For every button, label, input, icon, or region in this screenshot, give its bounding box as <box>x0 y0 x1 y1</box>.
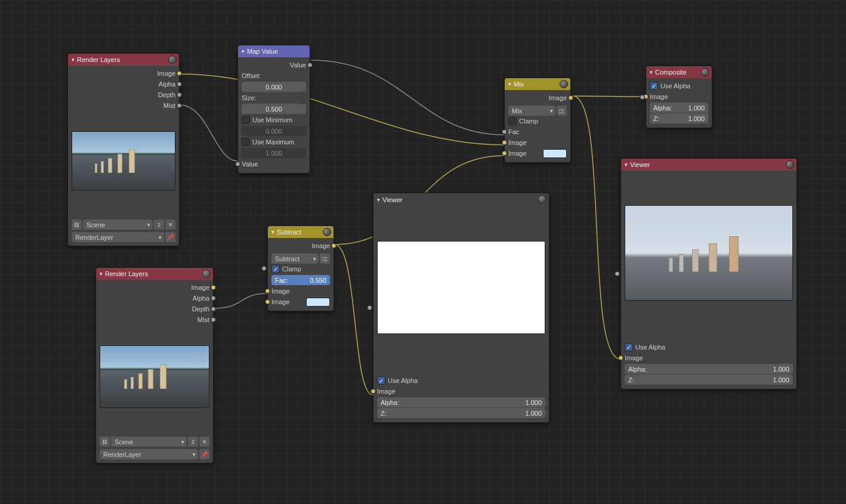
collapse-icon[interactable]: ▾ <box>100 271 103 277</box>
z-field[interactable]: Z:1.000 <box>625 375 793 385</box>
clamp-check[interactable] <box>508 117 517 125</box>
use-alpha-row[interactable]: Use Alpha <box>650 81 708 91</box>
collapse-icon[interactable]: ▾ <box>242 48 245 54</box>
blend-select[interactable]: Subtract <box>271 253 319 264</box>
socket-image1-in[interactable] <box>502 140 507 146</box>
socket-image2-in[interactable] <box>502 151 507 156</box>
z-field[interactable]: Z:1.000 <box>377 408 545 418</box>
preview-sphere-icon[interactable] <box>323 228 331 236</box>
size-field[interactable]: 0.500 <box>242 104 306 114</box>
scene-users[interactable]: 2 <box>154 219 164 230</box>
node-header[interactable]: ▾ Render Layers <box>96 268 213 280</box>
node-header[interactable]: ▾ Viewer <box>373 193 549 206</box>
use-max-row[interactable]: Use Maximum <box>242 137 306 147</box>
socket-value-out[interactable] <box>307 63 313 68</box>
output-mist: Mist <box>72 100 175 111</box>
scene-select[interactable]: Scene <box>111 437 187 447</box>
layer-pin-icon[interactable]: 📌 <box>199 449 209 459</box>
alpha-field[interactable]: Alpha:1.000 <box>377 397 545 407</box>
z-field[interactable]: Z:1.000 <box>650 113 708 123</box>
node-header[interactable]: ▾ Composite <box>646 66 712 78</box>
use-min-row[interactable]: Use Minimum <box>242 115 306 125</box>
preview-sphere-icon[interactable] <box>786 160 794 169</box>
socket-alpha-out[interactable] <box>211 296 216 301</box>
use-max-check[interactable] <box>242 138 250 146</box>
clamp-row[interactable]: Clamp <box>508 116 567 126</box>
node-viewer-2[interactable]: ▾ Viewer Use Alpha Image Alpha:1.000 Z:1… <box>620 158 797 389</box>
socket-image-out[interactable] <box>568 95 573 101</box>
socket-fac-in[interactable] <box>502 129 507 135</box>
layer-select[interactable]: RenderLayer <box>100 449 198 459</box>
node-map-value[interactable]: ▾ Map Value Value Offset: 0.000 Size: 0.… <box>237 45 310 174</box>
collapse-icon[interactable]: ▾ <box>508 81 511 87</box>
preview-sphere-icon[interactable] <box>538 195 546 203</box>
node-header[interactable]: ▾ Viewer <box>621 159 796 171</box>
alpha-field[interactable]: Alpha:1.000 <box>625 364 793 374</box>
clamp-check[interactable] <box>271 265 280 273</box>
socket-alpha-out[interactable] <box>177 82 182 87</box>
socket-depth-out[interactable] <box>177 92 182 98</box>
socket-value-in[interactable] <box>235 162 240 167</box>
socket-image-in[interactable] <box>618 355 623 361</box>
input-image-1: Image <box>271 286 330 296</box>
preview-sphere-icon[interactable] <box>202 270 211 278</box>
layer-select[interactable]: RenderLayer <box>72 232 164 242</box>
clamp-row[interactable]: Clamp <box>271 264 330 274</box>
blend-extra-icon[interactable]: ◫ <box>320 253 330 264</box>
socket-image1-in[interactable] <box>265 289 270 294</box>
node-header[interactable]: ▾ Render Layers <box>68 54 179 66</box>
socket-z-in[interactable] <box>615 271 620 277</box>
socket-mist-out[interactable] <box>211 317 216 323</box>
scene-browse-icon[interactable]: ⛓ <box>100 437 110 447</box>
node-header[interactable]: ▾ Map Value <box>238 45 310 57</box>
socket-image-out[interactable] <box>331 243 336 249</box>
use-alpha-row[interactable]: Use Alpha <box>377 375 545 386</box>
preview-sphere-icon[interactable] <box>701 68 709 76</box>
output-depth: Depth <box>100 304 209 314</box>
use-alpha-check[interactable] <box>377 376 385 385</box>
use-alpha-check[interactable] <box>625 343 633 351</box>
alpha-field[interactable]: Alpha:1.000 <box>650 103 708 113</box>
node-mix[interactable]: ▾ Mix Image Mix ◫ Clamp Fac Image Image <box>504 78 571 163</box>
blend-extra-icon[interactable]: ◫ <box>557 106 567 116</box>
color-swatch[interactable] <box>306 298 330 307</box>
collapse-icon[interactable]: ▾ <box>377 197 380 203</box>
socket-image-in[interactable] <box>370 389 376 394</box>
scene-delete-icon[interactable]: ✕ <box>199 437 209 447</box>
socket-z-in[interactable] <box>367 305 372 311</box>
collapse-icon[interactable]: ▾ <box>625 162 628 168</box>
layer-pin-icon[interactable]: 📌 <box>165 232 175 242</box>
fac-field[interactable]: Fac:0.550 <box>271 275 330 285</box>
scene-select[interactable]: Scene <box>83 219 153 230</box>
socket-z-in[interactable] <box>640 94 645 100</box>
use-alpha-check[interactable] <box>650 82 658 90</box>
collapse-icon[interactable]: ▾ <box>650 69 653 75</box>
socket-image-out[interactable] <box>211 285 216 290</box>
scene-browse-icon[interactable]: ⛓ <box>72 219 82 230</box>
use-alpha-row[interactable]: Use Alpha <box>625 342 793 353</box>
socket-image-out[interactable] <box>177 71 182 76</box>
scene-users[interactable]: 2 <box>188 437 198 447</box>
output-image: Image <box>508 92 567 103</box>
socket-mist-out[interactable] <box>177 103 182 109</box>
preview-sphere-icon[interactable] <box>168 55 177 64</box>
collapse-icon[interactable]: ▾ <box>271 229 274 235</box>
node-header[interactable]: ▾ Subtract <box>268 226 334 238</box>
socket-fac-in[interactable] <box>261 266 267 271</box>
socket-depth-out[interactable] <box>211 307 216 312</box>
node-subtract[interactable]: ▾ Subtract Image Subtract ◫ Clamp Fac:0.… <box>267 225 334 311</box>
node-render-layers-1[interactable]: ▾ Render Layers Image Alpha Depth Mist ⛓… <box>67 53 180 246</box>
output-image: Image <box>100 282 209 293</box>
node-viewer-1[interactable]: ▾ Viewer Use Alpha Image Alpha:1.000 Z:1… <box>373 193 549 423</box>
scene-delete-icon[interactable]: ✕ <box>165 219 175 230</box>
collapse-icon[interactable]: ▾ <box>72 57 75 63</box>
use-min-check[interactable] <box>242 116 250 124</box>
color-swatch[interactable] <box>543 149 567 158</box>
preview-sphere-icon[interactable] <box>560 80 568 88</box>
blend-select[interactable]: Mix <box>508 106 555 116</box>
node-render-layers-2[interactable]: ▾ Render Layers Image Alpha Depth Mist ⛓… <box>95 267 214 463</box>
node-header[interactable]: ▾ Mix <box>505 78 570 90</box>
socket-image2-in[interactable] <box>265 299 270 305</box>
offset-field[interactable]: 0.000 <box>242 82 306 92</box>
node-composite[interactable]: ▾ Composite Use Alpha Image Alpha:1.000 … <box>646 66 712 128</box>
